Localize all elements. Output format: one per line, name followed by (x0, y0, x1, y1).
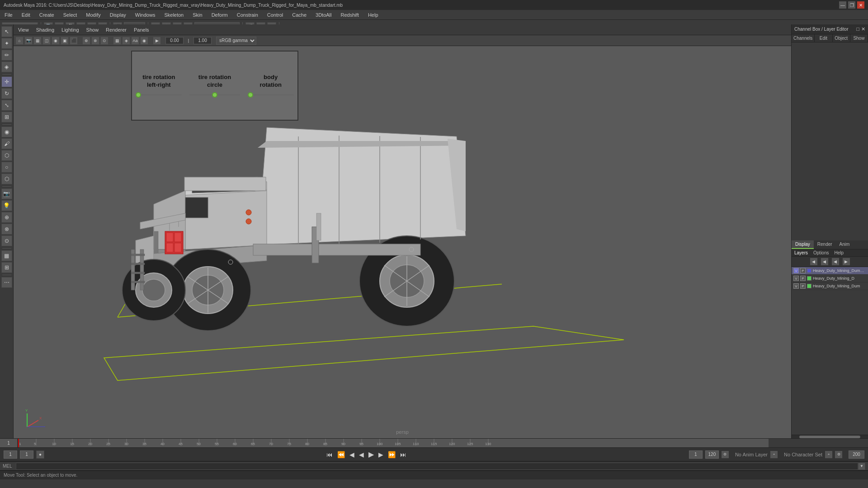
layer-move-down-button[interactable]: ▶ (843, 258, 850, 265)
menu-select[interactable]: Select (61, 11, 79, 19)
autokey-button[interactable]: ● (36, 450, 44, 459)
menu-3dtoall[interactable]: 3DtoAll (314, 11, 333, 19)
layer-add-button[interactable]: ◀ (810, 258, 817, 265)
move-tool-button[interactable]: ✛ (1, 76, 12, 87)
vp-menu-lighting[interactable]: Lighting (59, 26, 82, 33)
close-button[interactable]: ✕ (857, 1, 864, 9)
vp-hud-button[interactable]: ◈ (122, 37, 130, 45)
vp-camera-button[interactable]: 📷 (24, 37, 33, 45)
vp-isolate-button[interactable]: ⊙ (100, 37, 108, 45)
layer-remove-button[interactable]: ◀ (821, 258, 828, 265)
tab-channels[interactable]: Channels (792, 34, 815, 42)
paint-select-button[interactable]: ✏ (1, 50, 12, 61)
layer-tab-render[interactable]: Render (814, 240, 836, 249)
ik-button[interactable]: ⊗ (1, 224, 12, 235)
anim-layer-button[interactable]: + (770, 451, 778, 458)
create-subdiv-button[interactable]: ⬡ (1, 174, 12, 184)
menu-help[interactable]: Help (366, 11, 380, 19)
layer-sub-tab-options[interactable]: Options (811, 249, 831, 256)
vp-light-button[interactable]: ⬛ (70, 37, 78, 45)
rotate-tool-button[interactable]: ↻ (1, 88, 12, 99)
frame-start-input[interactable] (4, 450, 17, 459)
layer-tab-display[interactable]: Display (792, 240, 814, 249)
layer-visibility-2[interactable]: V (793, 283, 799, 289)
float-button[interactable]: □ (856, 26, 859, 32)
vp-smooth-button[interactable]: ◉ (52, 37, 60, 45)
universal-manip-button[interactable]: ⊞ (1, 112, 12, 122)
layer-row-2[interactable]: V P Heavy_Duty_Mining_Dum (792, 282, 868, 290)
range-end-input[interactable] (705, 450, 719, 459)
play-back-button[interactable]: ◀ (358, 451, 365, 458)
play-forward-button[interactable]: ▶ (368, 450, 375, 459)
menu-windows[interactable]: Windows (133, 11, 157, 19)
sculpt-button[interactable]: 🖌 (1, 138, 12, 149)
vp-value2-input[interactable] (193, 37, 212, 44)
layer-visibility-1[interactable]: V (793, 276, 799, 281)
joint-button[interactable]: ⊕ (1, 212, 12, 223)
lasso-tool-button[interactable]: ✦ (1, 38, 12, 49)
char-set-button[interactable]: + (825, 451, 832, 458)
vp-ssao-button[interactable]: ◉ (140, 37, 148, 45)
layer-sub-tab-help[interactable]: Help (831, 249, 846, 256)
layer-scrollbar[interactable] (792, 435, 868, 438)
hud-slider-tire-lr[interactable] (136, 92, 182, 98)
vp-menu-renderer[interactable]: Renderer (103, 26, 129, 33)
menu-redshift[interactable]: Redshift (339, 11, 361, 19)
restore-button[interactable]: ❐ (848, 1, 855, 9)
hud-slider-body-rot[interactable] (248, 92, 294, 98)
layer-playback-2[interactable]: P (800, 283, 806, 289)
vp-color-space-select[interactable]: sRGB gamma (216, 37, 256, 45)
timeline-prefs-button[interactable]: ⚙ (722, 451, 729, 458)
hud-slider-tire-circle[interactable] (189, 92, 240, 98)
tab-show[interactable]: Show (850, 34, 868, 42)
layer-move-up-button[interactable]: ◀ (832, 258, 839, 265)
soft-mod-button[interactable]: ◉ (1, 127, 12, 137)
layer-visibility-0[interactable]: V (793, 268, 799, 273)
minimize-button[interactable]: — (839, 1, 846, 9)
menu-skeleton[interactable]: Skeleton (162, 11, 185, 19)
menu-control[interactable]: Control (265, 11, 285, 19)
mel-history-button[interactable]: ▼ (858, 463, 865, 470)
layer-playback-0[interactable]: P (800, 268, 806, 273)
vp-grid-button[interactable]: ▦ (113, 37, 121, 45)
prev-key-button[interactable]: ⏪ (336, 451, 346, 458)
viewport-content[interactable]: tire rotationleft-right tire rotationcir… (14, 46, 791, 438)
create-nurbs-button[interactable]: ○ (1, 162, 12, 173)
vp-menu-shading[interactable]: Shading (33, 26, 57, 33)
menu-modify[interactable]: Modify (84, 11, 102, 19)
menu-skin[interactable]: Skin (191, 11, 204, 19)
menu-display[interactable]: Display (108, 11, 128, 19)
create-poly-button[interactable]: ⬡ (1, 150, 12, 161)
menu-cache[interactable]: Cache (290, 11, 308, 19)
layer-row-1[interactable]: V P Heavy_Duty_Mining_D (792, 275, 868, 282)
tab-edit[interactable]: Edit (815, 34, 832, 42)
constraint-button[interactable]: ⊙ (1, 235, 12, 246)
vp-menu-panels[interactable]: Panels (131, 26, 152, 33)
vp-ortho-button[interactable]: ⊗ (91, 37, 99, 45)
vp-home-button[interactable]: ⌂ (15, 37, 24, 45)
range-start-input[interactable] (689, 450, 703, 459)
vp-texture-button[interactable]: ▣ (61, 37, 69, 45)
select-tool-button[interactable]: ↖ (1, 26, 12, 37)
frame-current-input[interactable] (20, 450, 33, 459)
show-grid-button[interactable]: ▦ (1, 250, 12, 261)
camera-button[interactable]: 📷 (1, 188, 12, 199)
misc-button[interactable]: ⋯ (1, 277, 12, 288)
menu-edit[interactable]: Edit (20, 11, 32, 19)
layer-button[interactable]: ⊞ (1, 262, 12, 273)
vp-value1-input[interactable] (165, 37, 184, 44)
range-max-input[interactable] (849, 450, 864, 459)
go-start-button[interactable]: ⏮ (326, 451, 334, 458)
vp-aa-button[interactable]: Aa (131, 37, 139, 45)
next-key-button[interactable]: ⏩ (387, 451, 396, 458)
vp-wireframe-button[interactable]: ◫ (42, 37, 51, 45)
layer-sub-tab-layers[interactable]: Layers (792, 249, 811, 256)
vp-persp-button[interactable]: ⊕ (82, 37, 90, 45)
menu-deform[interactable]: Deform (210, 11, 230, 19)
char-set-prefs-button[interactable]: ⚙ (835, 451, 842, 458)
menu-create[interactable]: Create (38, 11, 56, 19)
paint-attr-button[interactable]: ◈ (1, 61, 12, 72)
vp-menu-view[interactable]: View (15, 26, 32, 33)
step-back-button[interactable]: ◀ (349, 451, 355, 458)
menu-constrain[interactable]: Constrain (235, 11, 260, 19)
